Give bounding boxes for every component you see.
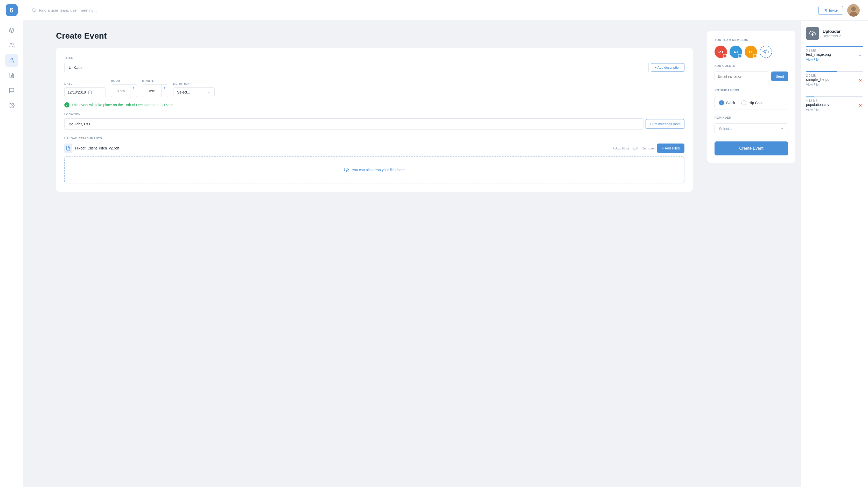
doc-icon [9, 72, 14, 78]
hour-value: 8 am [111, 86, 130, 96]
slack-label: Slack [726, 101, 735, 105]
file-document-icon [66, 146, 70, 151]
sidebar-item-chat[interactable] [5, 84, 18, 97]
chevron-down-icon [207, 90, 211, 94]
duration-value: Select... [177, 90, 190, 94]
upload-file-2: 2.9 MB sample_file.pdf View File ✕ [806, 71, 863, 87]
view-file-link-3[interactable]: View File [806, 108, 818, 112]
remove-button[interactable]: Remove [642, 147, 654, 150]
success-icon: ✓ [64, 102, 69, 107]
location-row: + Set meetings room [64, 119, 684, 130]
location-input[interactable] [64, 119, 644, 130]
sidebar-item-layers[interactable] [5, 24, 18, 37]
remove-file-2-button[interactable]: ✕ [858, 78, 863, 83]
edit-button[interactable]: Edit [632, 147, 638, 150]
view-file-link-1[interactable]: View File [806, 58, 818, 61]
content-area: Create Event TITLE + Add description DAT… [46, 21, 702, 487]
member-pj[interactable]: PJ [715, 45, 727, 58]
file-size-1: 3.2 MB [806, 49, 831, 52]
svg-rect-13 [88, 91, 92, 94]
file-details-1: 3.2 MB test_image.png View File [806, 49, 831, 62]
svg-point-2 [11, 58, 12, 60]
duration-select[interactable]: Select... [173, 87, 215, 97]
progress-bar-2 [806, 71, 863, 72]
hipchat-option[interactable]: Hip Chat [741, 100, 763, 105]
add-files-button[interactable]: + Add Files [657, 143, 684, 153]
title-input[interactable] [64, 62, 649, 73]
slack-option[interactable]: ✓ Slack [719, 100, 735, 105]
member-aj[interactable]: AJ [730, 45, 742, 58]
create-event-button[interactable]: Create Event [715, 141, 788, 155]
notifications-label: NOTIFICATIONS [715, 89, 788, 92]
attachment-filename: Hikoot_Client_Pitch_v2.pdf [75, 146, 610, 150]
divider-1 [806, 67, 863, 67]
add-note-button[interactable]: + Add Note [613, 147, 629, 150]
file-icon [64, 143, 72, 153]
remove-file-3-button[interactable]: ✕ [858, 103, 863, 108]
divider-2 [806, 92, 863, 92]
date-label: DATE [64, 82, 106, 85]
hour-up-button[interactable]: + [130, 85, 136, 91]
date-input[interactable]: 12/18/2018 [64, 87, 106, 97]
invite-button[interactable]: Invite [818, 6, 843, 15]
reminder-label: REMINDER [715, 116, 788, 119]
hour-input: 8 am + - [111, 85, 137, 97]
upload-icon-box [806, 27, 819, 40]
send-icon [824, 8, 828, 12]
progress-bar-1 [806, 46, 863, 47]
sidebar-item-person[interactable] [5, 54, 18, 67]
reminder-chevron-icon [780, 127, 784, 131]
uploader-date: December 2 [823, 34, 841, 38]
sidebar-item-settings[interactable] [5, 99, 18, 112]
upload-label: UPLOAD ATTACHMENTS [64, 137, 684, 140]
title-row: + Add description [64, 62, 684, 73]
file-name-2: sample_file.pdf [806, 77, 830, 82]
right-panel: Uploader December 2 3.2 MB test_image.pn… [801, 21, 868, 487]
file-done-icon-1: ✓ [858, 53, 863, 58]
sidebar-item-team[interactable] [5, 39, 18, 52]
minute-up-button[interactable]: + [161, 85, 168, 91]
minute-label: MINUTE [142, 79, 168, 83]
attachment-row: Hikoot_Client_Pitch_v2.pdf + Add Note Ed… [64, 143, 684, 153]
uploader-title: Uploader [823, 29, 841, 34]
date-field-group: DATE 12/18/2018 [64, 82, 106, 97]
search-placeholder[interactable]: Find a user team, user, meeting... [39, 8, 97, 12]
hipchat-checkbox [741, 100, 746, 105]
add-description-button[interactable]: + Add description [651, 63, 684, 72]
minute-down-button[interactable]: - [161, 91, 168, 97]
file-name-1: test_image.png [806, 52, 831, 57]
drop-zone[interactable]: You can also drop your files here [64, 157, 684, 184]
member-tc[interactable]: TC [745, 45, 757, 58]
add-guests-label: ADD GUESTS [715, 64, 788, 67]
sidebar-item-doc[interactable] [5, 69, 18, 82]
svg-line-7 [35, 11, 35, 12]
svg-point-5 [11, 105, 12, 106]
add-team-label: ADD TEAM MEMBERS [715, 38, 788, 41]
invite-label: Invite [829, 8, 838, 12]
notification-options: ✓ Slack Hip Chat [715, 96, 788, 110]
progress-bar-3 [806, 96, 863, 97]
send-button[interactable]: Send [771, 71, 788, 82]
member-pj-status [723, 54, 727, 58]
upload-file-3: 4.12 MB population.csv View File ✕ [806, 96, 863, 112]
search-bar: Find a user team, user, meeting... [32, 8, 97, 13]
member-avatars: PJ AJ TC + [715, 45, 788, 58]
svg-point-6 [32, 8, 35, 12]
set-meeting-button[interactable]: + Set meetings room [646, 119, 684, 129]
add-member-button[interactable]: + [760, 45, 772, 58]
chat-icon [9, 88, 14, 93]
reminder-select[interactable]: Select... [715, 123, 788, 134]
file-details-3: 4.12 MB population.csv View File [806, 99, 829, 112]
page-title: Create Event [56, 31, 693, 41]
app-logo[interactable]: 6 [6, 4, 18, 16]
location-label: LOCATION [64, 113, 684, 116]
minute-value: 15m [142, 86, 161, 96]
topbar-right: Invite [818, 4, 860, 17]
logo-text: 6 [9, 6, 13, 14]
hour-down-button[interactable]: - [130, 91, 136, 97]
email-row: Send [715, 71, 788, 82]
view-file-link-2[interactable]: View File [806, 83, 818, 87]
email-input[interactable] [715, 71, 769, 82]
duration-label: DURATION [173, 82, 215, 85]
user-avatar[interactable] [847, 4, 860, 17]
